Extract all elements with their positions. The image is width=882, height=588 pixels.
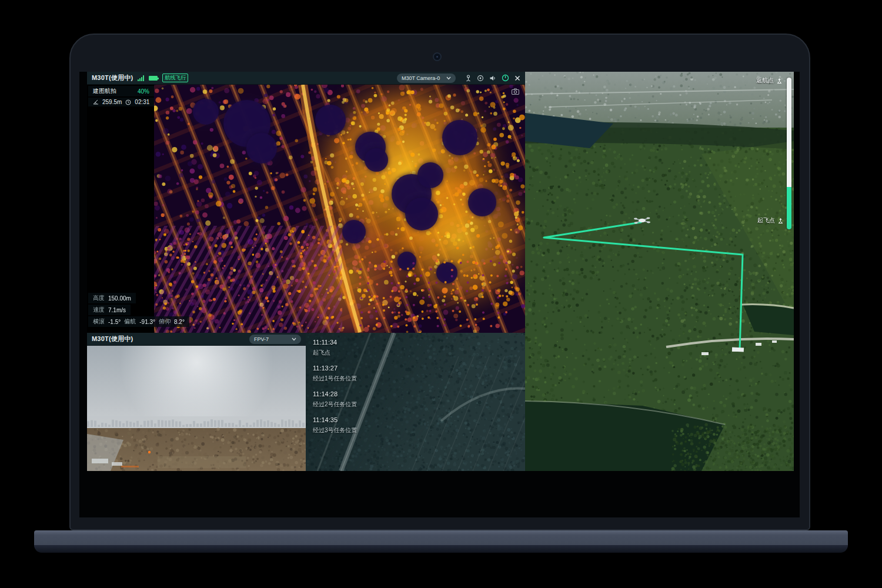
mission-progress: 40% [138,88,149,95]
signal-strength-icon [138,75,144,81]
satellite-map-panel: 11:11:34 起飞点 11:13:27 经过1号任务位置 11:14:28 … [306,333,525,471]
power-icon[interactable] [502,74,509,82]
thermal-panel-header: M30T(使用中) 航线飞行 M30T Camera-0 [87,72,525,85]
home-point-label: 返航点 [756,76,783,85]
altitude-value: 150.00m [108,295,131,302]
altitude-slider[interactable] [787,78,791,229]
home-point-icon [776,78,783,84]
altitude-label: 高度 [93,294,105,302]
mission-status-overlay: 建图航拍 40% 259.5m 02:31 [88,86,154,108]
laptop-base-lip [34,545,848,553]
yaw-label: 偏航 [124,318,136,326]
thermal-camera-panel: M30T(使用中) 航线飞行 M30T Camera-0 [87,72,525,333]
mission-distance: 259.5m [102,99,122,105]
thermal-panel-title: M30T(使用中) [92,74,133,82]
timeline-time: 11:14:28 [313,390,358,397]
timeline-event: 经过1号任务位置 [313,375,358,383]
camera-select-value: M30T Camera-0 [402,75,440,81]
fpv-camera-select-value: FPV-7 [254,336,269,342]
mission-timeline: 11:11:34 起飞点 11:13:27 经过1号任务位置 11:14:28 … [313,336,358,442]
pitch-label: 俯仰 [159,318,171,326]
flight-mode-badge: 航线飞行 [162,74,188,82]
fpv-video-feed[interactable] [87,346,306,471]
webcam [433,52,442,61]
roll-value: -1.5° [108,319,121,325]
drone-model [633,215,651,227]
camera-select[interactable]: M30T Camera-0 [397,74,456,83]
battery-icon [149,76,158,81]
timeline-event: 经过3号任务位置 [313,426,358,435]
thermal-video-feed[interactable] [154,85,525,333]
chevron-down-icon [292,338,296,341]
timeline-time: 11:13:27 [313,365,358,372]
fpv-camera-select[interactable]: FPV-7 [249,335,301,344]
speed-label: 速度 [93,306,105,314]
timeline-time: 11:11:34 [313,339,358,346]
timeline-time: 11:14:35 [313,416,358,423]
capture-camera-icon[interactable] [512,88,519,95]
map-3d-panel: 返航点 起飞点 [525,72,794,471]
mission-elapsed: 02:31 [135,99,149,105]
timeline-event: 经过2号任务位置 [313,400,358,409]
takeoff-point-icon [777,218,784,224]
crosshair-icon[interactable] [477,75,484,82]
roll-label: 横滚 [93,318,105,326]
chevron-down-icon [446,76,451,80]
takeoff-point-label: 起飞点 [757,216,784,225]
clock-icon [125,99,131,105]
screen: M30T(使用中) 航线飞行 M30T Camera-0 [79,72,800,517]
gimbal-control-icon[interactable] [465,75,472,82]
close-icon[interactable] [514,75,520,81]
angle-icon [93,99,99,105]
timeline-event: 起飞点 [313,349,358,357]
laptop-base [34,530,848,546]
fpv-panel-header: M30T(使用中) FPV-7 [87,333,306,346]
mission-name: 建图航拍 [93,87,116,95]
yaw-value: -91.3° [139,319,155,325]
pitch-value: 8.2° [174,319,185,325]
map-3d-view[interactable] [525,72,794,471]
fpv-camera-panel: M30T(使用中) FPV-7 [87,333,306,471]
fpv-panel-title: M30T(使用中) [92,335,133,343]
speed-value: 7.1m/s [108,307,126,313]
telemetry-overlay: 高度 150.00m 速度 7.1m/s 横滚 -1.5° 偏航 -91.3° … [88,293,189,328]
speaker-icon[interactable] [489,75,496,82]
